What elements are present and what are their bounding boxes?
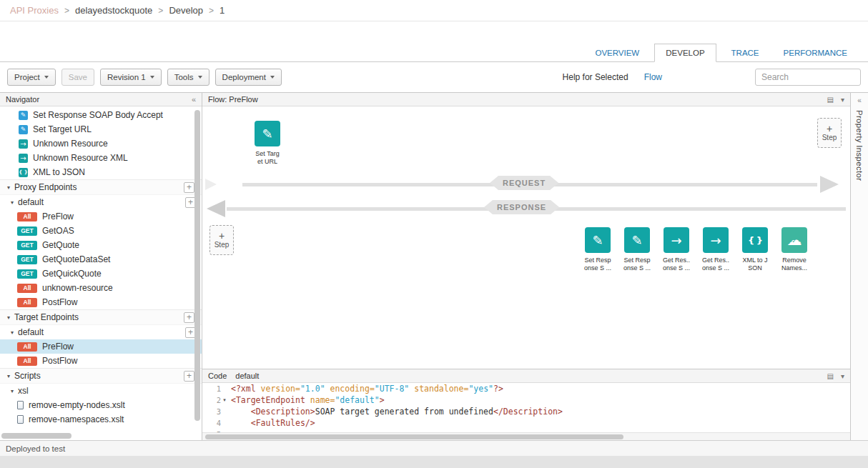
nav-item-unknown-resource[interactable]: Allunknown-resource (0, 281, 202, 295)
flow-title: Flow: PreFlow (208, 95, 258, 104)
navigator-policy-set-response-soap-body-accept[interactable]: ✎Set Response SOAP Body Accept (0, 108, 202, 122)
group-title: default (18, 197, 44, 207)
flow-step-set-resp-onse-s[interactable]: ✎Set Response S ... (578, 227, 617, 272)
nav-item-postflow[interactable]: AllPostFlow (0, 295, 202, 309)
tab-develop[interactable]: DEVELOP (654, 44, 716, 62)
code-token: "yes" (468, 384, 493, 394)
group-default[interactable]: ▾default+ (0, 195, 202, 209)
main-content: Navigator « ✎Set Response SOAP Body Acce… (0, 92, 868, 440)
method-badge: GET (17, 226, 37, 236)
breadcrumb-item-develop[interactable]: Develop (169, 5, 203, 16)
nav-item-getquotedataset[interactable]: GETGetQuoteDataSet (0, 252, 202, 267)
navigator-panel: Navigator « ✎Set Response SOAP Body Acce… (0, 93, 202, 440)
add-target-endpoints-button[interactable]: + (184, 312, 194, 323)
flow-step-label-line: Set Targ (248, 150, 287, 158)
item-label: GetQuickQuote (42, 269, 102, 279)
group-xsl[interactable]: ▾xsl (0, 384, 202, 398)
navigator-horizontal-scrollbar[interactable] (1, 433, 71, 439)
collapse-navigator-icon[interactable]: « (192, 95, 196, 104)
navigator-policy-unknown-resource[interactable]: →Unknown Resource (0, 136, 202, 151)
add-response-step-button[interactable]: + Step (209, 225, 234, 255)
group-default[interactable]: ▾default+ (0, 325, 202, 339)
code-line[interactable]: 3 <Description>SOAP target generated fro… (202, 406, 850, 417)
code-token (325, 384, 330, 394)
apigee-proxy-editor: API Proxies>delayedstockquote>Develop>1 … (0, 0, 868, 468)
braces-icon: { } (742, 227, 768, 253)
chevron-down-icon (44, 76, 49, 79)
code-horizontal-scrollbar[interactable] (202, 432, 850, 440)
tab-trace[interactable]: TRACE (729, 44, 761, 61)
revision-menu-button[interactable]: Revision 1 (100, 69, 162, 86)
method-badge: All (17, 357, 37, 366)
deployment-menu-button[interactable]: Deployment (215, 69, 282, 86)
nav-item-getquote[interactable]: GETGetQuote (0, 238, 202, 252)
fold-arrow-icon[interactable]: ▾ (221, 394, 228, 406)
help-for-selected-label: Help for Selected (563, 72, 628, 82)
code-header: Code default ▤ ▾ (202, 369, 850, 383)
property-inspector-strip[interactable]: « Property Inspector (850, 93, 868, 440)
navigator-policy-unknown-resource-xml[interactable]: →Unknown Resource XML (0, 151, 202, 165)
breadcrumb-item-delayedstockquote[interactable]: delayedstockquote (75, 5, 152, 16)
navigator-policy-set-target-url[interactable]: ✎Set Target URL (0, 122, 202, 136)
search-input[interactable] (755, 69, 861, 86)
triangle-down-icon: ▾ (7, 373, 10, 379)
tab-performance[interactable]: PERFORMANCE (781, 44, 849, 61)
code-line[interactable]: 4 <FaultRules/> (202, 417, 850, 429)
scrollbar-thumb[interactable] (205, 434, 623, 439)
nav-item-preflow[interactable]: AllPreFlow (0, 209, 202, 224)
nav-item-postflow[interactable]: AllPostFlow (0, 354, 202, 368)
navigator-vertical-scrollbar[interactable] (194, 110, 200, 430)
chevron-down-icon (270, 76, 275, 79)
code-tab[interactable]: Code (208, 372, 227, 380)
collapse-code-panel-icon[interactable]: ▾ (841, 372, 844, 380)
code-line[interactable]: 2▾<TargetEndpoint name="default"> (202, 394, 850, 406)
group-title: xsl (18, 386, 29, 396)
request-label: REQUEST (490, 176, 558, 190)
tab-overview[interactable]: OVERVIEW (593, 44, 641, 61)
section-target-endpoints[interactable]: ▾Target Endpoints+ (0, 309, 202, 325)
flow-step-get-res-onse-s[interactable]: →Get Res..onse S ... (657, 227, 696, 272)
navigator-policy-xml-to-json[interactable]: { }XML to JSON (0, 165, 202, 179)
code-token: "default" (335, 395, 379, 405)
add-proxy-endpoints-button[interactable]: + (184, 182, 194, 193)
help-flow-link[interactable]: Flow (644, 72, 662, 82)
navigator-header: Navigator « (0, 93, 202, 106)
nav-item-getoas[interactable]: GETGetOAS (0, 224, 202, 238)
nav-item-preflow[interactable]: AllPreFlow (0, 339, 202, 354)
add-scripts-button[interactable]: + (184, 371, 194, 382)
code-token: <?xml (231, 384, 261, 394)
panel-layout-icon[interactable]: ▤ (827, 372, 834, 380)
check-glyph: ✓ (791, 237, 797, 244)
flow-step-get-res-onse-s[interactable]: →Get Res..onse S ... (696, 227, 735, 272)
flow-step-set-targ-et-url[interactable]: ✎Set Target URL (248, 121, 287, 165)
chevron-down-icon (198, 76, 202, 79)
save-button[interactable]: Save (61, 69, 94, 86)
policy-label: Unknown Resource (33, 139, 108, 149)
flow-step-label: Get Res..onse S ... (657, 257, 696, 272)
file-icon (17, 401, 24, 409)
nav-item-remove-namespaces-xslt[interactable]: remove-namespaces.xslt (0, 412, 202, 427)
nav-item-getquickquote[interactable]: GETGetQuickQuote (0, 267, 202, 281)
flow-step-label: Set Response S ... (578, 257, 617, 272)
flow-step-xml-to-j-son[interactable]: { }XML to JSON (736, 227, 774, 272)
code-editor[interactable]: 1 <?xml version="1.0" encoding="UTF-8" s… (202, 383, 850, 432)
collapse-flow-panel-icon[interactable]: ▾ (841, 96, 844, 104)
triangle-down-icon: ▾ (11, 199, 14, 206)
code-token: "UTF-8" (375, 384, 409, 394)
method-badge: GET (17, 255, 37, 264)
expand-property-inspector-icon[interactable]: « (857, 96, 862, 104)
item-label: PostFlow (42, 356, 77, 366)
panel-layout-icon[interactable]: ▤ (827, 96, 834, 104)
section-scripts[interactable]: ▾Scripts+ (0, 368, 202, 384)
flow-step-remove-names[interactable]: ☁✓RemoveNames... (775, 227, 814, 272)
add-step-label: Step (822, 134, 837, 141)
section-proxy-endpoints[interactable]: ▾Proxy Endpoints+ (0, 179, 202, 195)
flow-step-set-resp-onse-s[interactable]: ✎Set Response S ... (618, 227, 656, 272)
add-request-step-button[interactable]: + Step (817, 118, 842, 148)
nav-item-remove-empty-nodes-xslt[interactable]: remove-empty-nodes.xslt (0, 398, 202, 412)
breadcrumb-item-api-proxies[interactable]: API Proxies (10, 5, 59, 16)
project-menu-button[interactable]: Project (7, 69, 56, 86)
tools-menu-button[interactable]: Tools (167, 69, 209, 86)
code-line[interactable]: 1 <?xml version="1.0" encoding="UTF-8" s… (202, 383, 850, 394)
scrollbar-thumb[interactable] (194, 110, 200, 421)
